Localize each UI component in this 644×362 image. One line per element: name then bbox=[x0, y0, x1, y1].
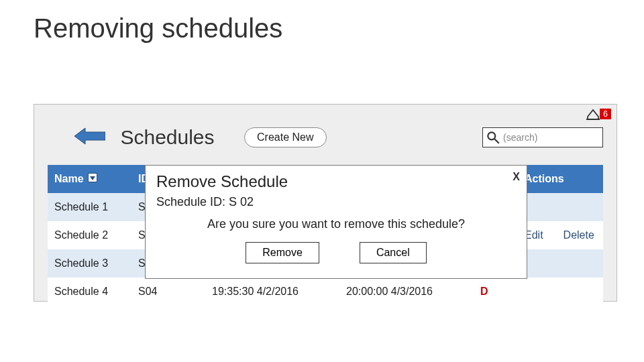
search-input[interactable] bbox=[503, 132, 597, 143]
remove-schedule-modal: Remove Schedule X Schedule ID: S 02 Are … bbox=[145, 165, 527, 279]
section-title: Schedules bbox=[120, 126, 214, 149]
cell-id: S04 bbox=[138, 286, 212, 298]
cell-name: Schedule 3 bbox=[48, 257, 138, 269]
delete-link[interactable]: Delete bbox=[564, 229, 594, 241]
cell-name: Schedule 4 bbox=[48, 286, 138, 298]
edit-link[interactable]: Edit bbox=[525, 229, 543, 241]
back-arrow-icon[interactable] bbox=[74, 127, 105, 148]
col-actions: Actions bbox=[521, 173, 603, 185]
app-panel: 6 Schedules Create New Name bbox=[34, 104, 617, 302]
bell-icon bbox=[585, 107, 601, 126]
remove-button[interactable]: Remove bbox=[246, 242, 319, 263]
modal-subtitle: Schedule ID: S 02 bbox=[156, 195, 516, 209]
search-icon bbox=[486, 130, 500, 145]
col-name[interactable]: Name bbox=[54, 173, 84, 185]
cell-start: 19:35:30 4/2/2016 bbox=[212, 286, 346, 298]
cell-name: Schedule 2 bbox=[48, 229, 138, 241]
cell-state: D bbox=[480, 286, 521, 298]
cell-end: 20:00:00 4/3/2016 bbox=[346, 286, 480, 298]
page-title: Removing schedules bbox=[34, 13, 282, 44]
cell-name: Schedule 1 bbox=[48, 201, 138, 213]
cancel-button[interactable]: Cancel bbox=[360, 242, 427, 263]
notifications[interactable]: 6 bbox=[585, 107, 611, 126]
modal-title: Remove Schedule bbox=[156, 172, 516, 191]
modal-message: Are you sure you want to remove this sch… bbox=[156, 217, 516, 231]
notification-badge: 6 bbox=[600, 109, 611, 119]
sort-icon[interactable] bbox=[88, 173, 97, 185]
search-box[interactable] bbox=[482, 127, 603, 147]
create-new-button[interactable]: Create New bbox=[244, 127, 326, 147]
cell-actions: Edit Delete bbox=[521, 229, 603, 241]
svg-line-1 bbox=[494, 139, 499, 143]
table-row[interactable]: Schedule 4 S04 19:35:30 4/2/2016 20:00:0… bbox=[48, 278, 603, 306]
close-icon[interactable]: X bbox=[513, 171, 520, 183]
svg-point-0 bbox=[488, 132, 495, 139]
